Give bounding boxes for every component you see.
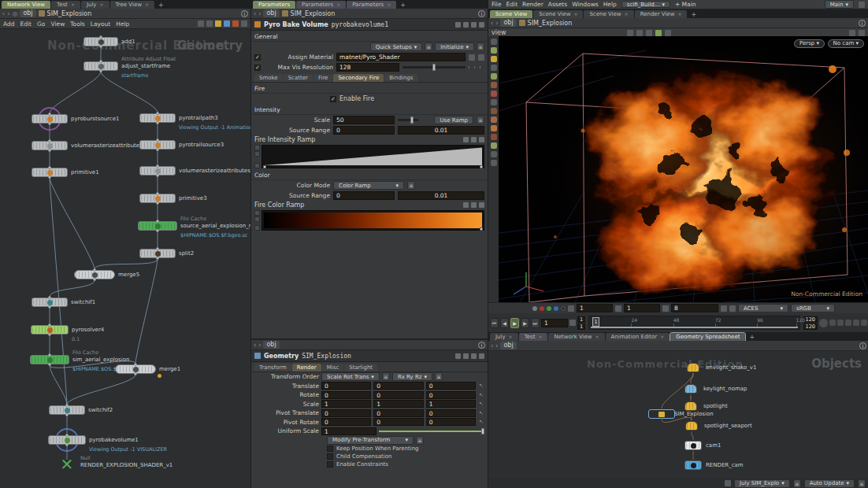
wire-style-icon[interactable] — [198, 20, 204, 27]
graph-node-pyrotrailpath3[interactable] — [139, 113, 176, 123]
grid-snap-icon[interactable] — [206, 20, 213, 27]
param-field[interactable]: 0 — [321, 409, 371, 417]
param-field[interactable]: 0 — [373, 391, 423, 399]
param-field[interactable]: 1 — [426, 400, 476, 408]
ladder-icon[interactable]: ↖ — [478, 410, 484, 416]
pose-tool-icon[interactable] — [491, 91, 497, 97]
menu-tools[interactable]: Tools — [70, 20, 84, 28]
back-icon[interactable]: ‹ — [254, 10, 256, 17]
graph-node-pyrotrailsource3[interactable] — [139, 140, 176, 150]
back-icon[interactable]: ‹ — [491, 342, 493, 349]
menu-help[interactable]: Help — [116, 20, 129, 28]
graph-node-sim_explosion[interactable] — [648, 409, 675, 419]
snap-tool-icon[interactable] — [491, 99, 497, 105]
new-tab-button[interactable]: + — [397, 2, 409, 9]
next-frame-button[interactable]: ▶ — [521, 318, 529, 328]
node-wire[interactable] — [95, 259, 158, 269]
search-icon[interactable] — [241, 20, 247, 27]
node-name-field[interactable]: pyrobakevolume1 — [332, 21, 388, 28]
enable-fire-checkbox[interactable]: ✓ — [330, 96, 336, 102]
folder-tab[interactable]: Scatter — [284, 74, 313, 82]
folder-tab[interactable]: Fire — [313, 74, 333, 82]
menu-go[interactable]: Go — [37, 20, 45, 28]
pane-tab[interactable]: Tree View× — [110, 1, 154, 9]
menu-view[interactable]: View — [50, 20, 65, 28]
move-tool-icon[interactable] — [491, 65, 497, 71]
breadcrumb-context[interactable]: obj — [263, 9, 279, 17]
scale-field[interactable]: 50 — [333, 116, 395, 124]
graph-node-pyrosolver4[interactable] — [31, 325, 69, 335]
window-icon[interactable] — [859, 2, 865, 8]
section-fire[interactable]: Fire — [251, 83, 488, 94]
brush-icon[interactable] — [568, 305, 574, 312]
snapshot-dot-blue[interactable] — [554, 306, 558, 311]
dd-menu-icon[interactable]: ≡ — [382, 372, 390, 381]
transform-order-dropdown[interactable]: Scale Rot Trans▾ — [321, 372, 380, 381]
ramp-key[interactable] — [480, 165, 483, 168]
graph-node-RENDER_EXPLOSION_SHADER_v1[interactable]: ✕ — [60, 458, 74, 472]
assign-material-checkbox[interactable]: ✓ — [254, 54, 261, 61]
graph-node-split2[interactable] — [139, 249, 176, 258]
ramp-add-icon[interactable] — [254, 163, 260, 168]
graph-node-add1[interactable] — [83, 37, 118, 46]
vis-icon[interactable] — [491, 151, 497, 157]
display-flag-icon[interactable] — [655, 30, 662, 36]
gallery-icon[interactable] — [224, 20, 230, 27]
colorspace-dropdown[interactable]: ACES▾ — [738, 304, 788, 312]
rotate-mode-icon[interactable] — [646, 30, 652, 36]
checkbox[interactable] — [327, 461, 333, 468]
graph-node-primitive3[interactable] — [139, 194, 176, 203]
ramp-left-icon[interactable] — [254, 145, 260, 150]
checkbox[interactable] — [327, 453, 333, 460]
param-field[interactable]: 0 — [426, 409, 476, 417]
info-icon[interactable]: i — [859, 20, 866, 27]
folder-tab[interactable]: Misc — [322, 364, 343, 372]
ramp-right-icon[interactable] — [254, 216, 260, 222]
breadcrumb-context[interactable]: obj — [500, 19, 516, 27]
breadcrumb-node[interactable]: SIM_Explosion — [291, 10, 336, 17]
menu-add[interactable]: Add — [3, 20, 15, 28]
snapshot-dot-dark[interactable] — [561, 306, 566, 311]
ladder-icon[interactable]: ↖ — [478, 419, 484, 425]
graph-node-switchif1[interactable] — [32, 298, 68, 307]
param-field[interactable]: 0 — [321, 418, 371, 426]
pane-tab[interactable]: Scene View× — [584, 10, 633, 18]
camera-button[interactable]: No cam ▾ — [828, 39, 864, 48]
desktop-dropdown[interactable]: scifi_Build...▾ — [621, 1, 670, 8]
pane-tab[interactable]: Network View× — [548, 333, 604, 341]
sel2-icon[interactable] — [491, 116, 497, 123]
corner-main-dropdown[interactable]: Main▾ — [825, 0, 854, 9]
playhead[interactable]: 1 — [592, 317, 599, 327]
swap-icon[interactable] — [615, 305, 621, 312]
source-range-min[interactable]: 0 — [333, 126, 395, 135]
info-icon[interactable]: i — [859, 342, 866, 349]
view-label[interactable]: view — [491, 29, 506, 36]
forward-icon[interactable]: › — [7, 10, 9, 17]
node-wire[interactable] — [67, 375, 135, 405]
message-icon[interactable] — [725, 480, 731, 486]
graph-node-volumerasterizeattributes4[interactable] — [32, 141, 68, 150]
info-icon[interactable]: i — [478, 342, 485, 349]
forward-icon[interactable]: › — [495, 20, 498, 27]
sel4-icon[interactable] — [491, 134, 497, 140]
initialize-menu-icon[interactable]: ≡ — [477, 43, 484, 51]
render-flag-icon[interactable] — [491, 142, 497, 149]
back-icon[interactable]: ‹ — [254, 342, 256, 349]
graph-node-source_aerial_explosion_main[interactable] — [138, 221, 177, 231]
take-dropdown[interactable]: July SIM_Explo▾ — [734, 479, 790, 488]
menu-file[interactable]: File — [491, 1, 502, 8]
search-icon[interactable] — [471, 22, 477, 28]
timeline[interactable]: 1 24487296120 — [588, 316, 799, 330]
snapshot-dot-red[interactable] — [540, 306, 544, 311]
current-frame-field[interactable]: 1 — [541, 319, 568, 327]
info-icon[interactable]: i — [241, 10, 248, 17]
section-color[interactable]: Color — [251, 169, 488, 180]
graph-node-render_cam[interactable] — [684, 460, 702, 470]
quick-setups-menu-icon[interactable]: ≡ — [425, 43, 432, 51]
objects-network-canvas[interactable]: Non-Commercial Edition Objects envlight_… — [488, 352, 868, 479]
folder-tab[interactable]: Render — [292, 364, 321, 372]
pane-tab[interactable]: Animation Editor× — [606, 333, 670, 341]
node-wire[interactable] — [50, 72, 101, 113]
scrub-icon[interactable] — [853, 320, 859, 326]
new-tab-button[interactable]: + — [688, 11, 699, 18]
